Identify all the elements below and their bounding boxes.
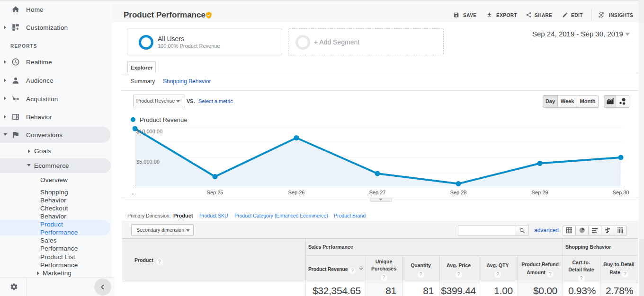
svg-text:Sep 27: Sep 27 bbox=[369, 190, 386, 195]
svg-text:...: ... bbox=[132, 190, 136, 195]
svg-text:Sep 29: Sep 29 bbox=[532, 190, 548, 195]
svg-text:Sep 28: Sep 28 bbox=[450, 190, 467, 195]
svg-text:$10,000.00: $10,000.00 bbox=[136, 129, 162, 134]
svg-text:Sep 30: Sep 30 bbox=[613, 190, 629, 195]
svg-text:Sep 25: Sep 25 bbox=[207, 190, 224, 195]
svg-text:Sep 26: Sep 26 bbox=[288, 190, 305, 195]
svg-text:$5,000.00: $5,000.00 bbox=[136, 159, 160, 165]
